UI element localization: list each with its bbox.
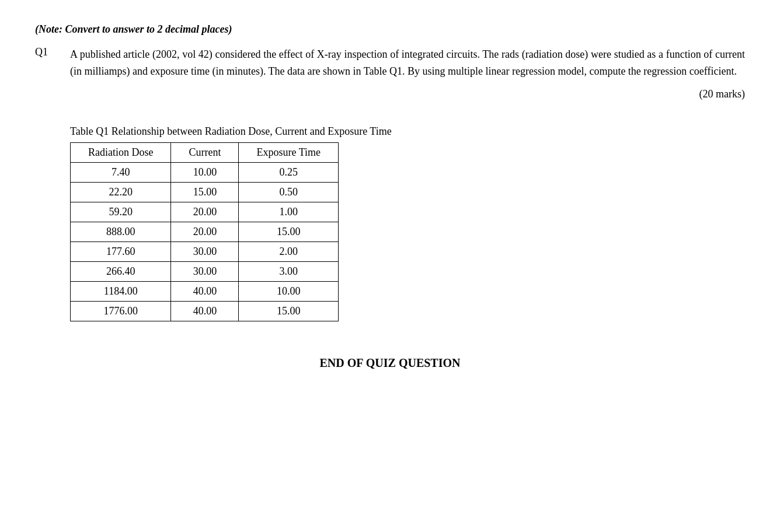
table-cell: 15.00 xyxy=(239,222,339,242)
table-cell: 0.50 xyxy=(239,183,339,202)
table-cell: 1.00 xyxy=(239,202,339,222)
table-row: 888.0020.0015.00 xyxy=(71,222,339,242)
table-row: 1184.0040.0010.00 xyxy=(71,282,339,302)
col-header-radiation: Radiation Dose xyxy=(71,143,171,163)
table-cell: 266.40 xyxy=(71,262,171,282)
question-label: Q1 xyxy=(35,46,70,102)
table-cell: 59.20 xyxy=(71,202,171,222)
table-cell: 20.00 xyxy=(171,202,239,222)
table-cell: 40.00 xyxy=(171,302,239,321)
table-cell: 30.00 xyxy=(171,242,239,262)
table-cell: 10.00 xyxy=(239,282,339,302)
note: (Note: Convert to answer to 2 decimal pl… xyxy=(35,23,745,36)
table-cell: 1776.00 xyxy=(71,302,171,321)
table-cell: 40.00 xyxy=(171,282,239,302)
table-row: 7.4010.000.25 xyxy=(71,163,339,183)
table-row: 266.4030.003.00 xyxy=(71,262,339,282)
table-cell: 15.00 xyxy=(171,183,239,202)
table-cell: 30.00 xyxy=(171,262,239,282)
marks: (20 marks) xyxy=(70,86,745,103)
data-table: Radiation Dose Current Exposure Time 7.4… xyxy=(70,142,339,321)
table-cell: 888.00 xyxy=(71,222,171,242)
col-header-current: Current xyxy=(171,143,239,163)
table-cell: 7.40 xyxy=(71,163,171,183)
table-row: 59.2020.001.00 xyxy=(71,202,339,222)
table-cell: 0.25 xyxy=(239,163,339,183)
question-text: A published article (2002, vol 42) consi… xyxy=(70,48,745,77)
end-of-quiz-text: END OF QUIZ QUESTION xyxy=(35,356,745,370)
table-cell: 20.00 xyxy=(171,222,239,242)
table-row: 177.6030.002.00 xyxy=(71,242,339,262)
table-cell: 2.00 xyxy=(239,242,339,262)
table-cell: 1184.00 xyxy=(71,282,171,302)
table-row: 22.2015.000.50 xyxy=(71,183,339,202)
col-header-exposure: Exposure Time xyxy=(239,143,339,163)
table-caption: Table Q1 Relationship between Radiation … xyxy=(70,125,745,138)
table-cell: 22.20 xyxy=(71,183,171,202)
table-cell: 10.00 xyxy=(171,163,239,183)
table-cell: 177.60 xyxy=(71,242,171,262)
table-cell: 15.00 xyxy=(239,302,339,321)
table-cell: 3.00 xyxy=(239,262,339,282)
table-row: 1776.0040.0015.00 xyxy=(71,302,339,321)
